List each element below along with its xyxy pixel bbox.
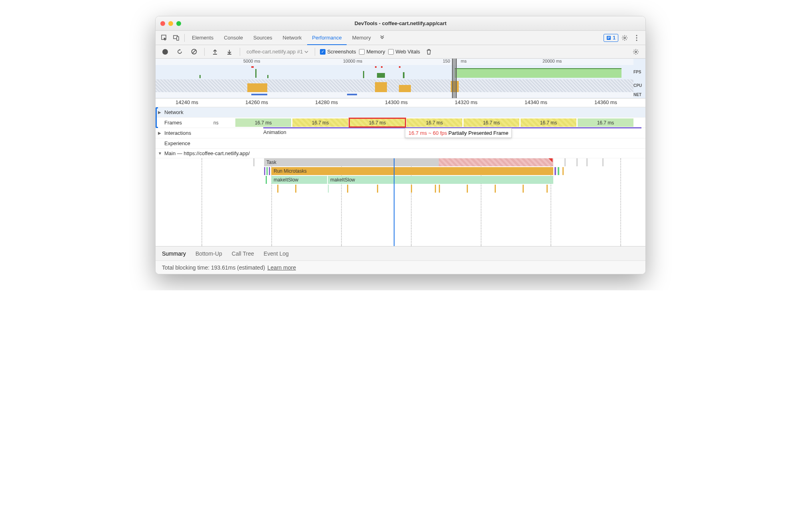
tab-event-log[interactable]: Event Log: [264, 250, 289, 257]
settings-icon[interactable]: [619, 32, 630, 43]
tab-elements[interactable]: Elements: [187, 31, 218, 45]
cpu-label: CPU: [633, 79, 645, 92]
recording-dropdown[interactable]: coffee-cart.netlify.app #1: [245, 48, 310, 55]
frame[interactable]: 16.7 ms: [464, 118, 519, 127]
tab-performance[interactable]: Performance: [307, 31, 346, 45]
record-button[interactable]: [160, 46, 171, 57]
ov-tick: 5000 ms: [243, 59, 260, 63]
tab-summary[interactable]: Summary: [162, 250, 186, 257]
track-experience[interactable]: Experience: [156, 138, 645, 149]
track-interactions[interactable]: ▶Interactions Animation 16.7 ms ~ 60 fps…: [156, 128, 645, 138]
tracks-panel: ▶Network Frames ns 16.7 ms 16.7 ms 16.7 …: [156, 107, 645, 246]
detail-ruler[interactable]: 14240 ms 14260 ms 14280 ms 14300 ms 1432…: [156, 99, 645, 107]
long-task-marker-icon: [548, 158, 552, 162]
svg-rect-2: [177, 37, 179, 40]
track-network[interactable]: ▶Network: [156, 107, 645, 118]
clear-button[interactable]: [188, 46, 199, 57]
frame[interactable]: 16.7 ms: [578, 118, 633, 127]
tab-console[interactable]: Console: [219, 31, 248, 45]
tab-call-tree[interactable]: Call Tree: [232, 250, 254, 257]
checkbox-icon: [388, 49, 394, 55]
learn-more-link[interactable]: Learn more: [267, 264, 296, 271]
ov-tick: ms: [461, 59, 467, 63]
main-tabbar: Elements Console Sources Network Perform…: [156, 31, 645, 45]
memory-checkbox[interactable]: Memory: [359, 49, 385, 55]
flame-task-long[interactable]: [439, 158, 553, 166]
checkbox-icon: [359, 49, 365, 55]
fps-track: [156, 65, 633, 79]
svg-point-8: [636, 35, 637, 36]
flame-makeitslow[interactable]: makeItSlow: [328, 176, 553, 184]
window-title: DevTools - coffee-cart.netlify.app/cart: [156, 20, 645, 26]
window-controls: [160, 21, 181, 26]
svg-point-10: [636, 39, 637, 41]
svg-rect-4: [608, 37, 610, 37]
panel-settings-icon[interactable]: [630, 46, 641, 57]
flame-microtasks[interactable]: Run Microtasks: [271, 167, 553, 175]
issues-badge[interactable]: 1: [604, 34, 618, 42]
track-frames[interactable]: Frames ns 16.7 ms 16.7 ms 16.7 ms 16.7 m…: [156, 118, 645, 128]
overview-selection-handle[interactable]: [452, 59, 457, 98]
recording-label: coffee-cart.netlify.app #1: [247, 49, 303, 55]
blocking-time-text: Total blocking time: 193.61ms (estimated…: [162, 264, 265, 271]
flame-chart[interactable]: Task Run Microtasks makeItSl: [156, 158, 645, 246]
devtools-window: DevTools - coffee-cart.netlify.app/cart …: [155, 16, 646, 274]
animation-label: Animation: [263, 129, 286, 135]
ov-tick: 10000 ms: [343, 59, 362, 63]
ov-tick: 20000 ms: [543, 59, 562, 63]
svg-rect-6: [608, 38, 609, 39]
perf-toolbar: coffee-cart.netlify.app #1 ✓ Screenshots…: [156, 45, 645, 59]
playhead[interactable]: [394, 158, 395, 246]
tab-network[interactable]: Network: [278, 31, 307, 45]
tab-bottom-up[interactable]: Bottom-Up: [195, 250, 222, 257]
svg-point-9: [636, 37, 637, 38]
ov-tick: 150: [443, 59, 450, 63]
issues-count: 1: [613, 35, 616, 41]
trash-icon[interactable]: [423, 46, 434, 57]
maximize-icon[interactable]: [176, 21, 181, 26]
screenshots-checkbox[interactable]: ✓ Screenshots: [320, 49, 356, 55]
upload-icon[interactable]: [209, 46, 221, 57]
timeline-overview[interactable]: 5000 ms 10000 ms 150 ms 20000 ms: [156, 59, 645, 99]
svg-point-7: [624, 37, 625, 39]
flame-makeitslow[interactable]: makeItSlow: [271, 176, 327, 184]
download-icon[interactable]: [224, 46, 235, 57]
checkbox-checked-icon: ✓: [320, 49, 326, 55]
cpu-track: [156, 79, 633, 92]
bottom-tabbar: Summary Bottom-Up Call Tree Event Log: [156, 246, 645, 260]
frame[interactable]: 16.7 ms: [235, 118, 291, 127]
reload-button[interactable]: [174, 46, 185, 57]
svg-rect-5: [608, 37, 610, 38]
kebab-menu-icon[interactable]: [631, 32, 642, 43]
frame[interactable]: 16.7 ms: [292, 118, 348, 127]
status-bar: Total blocking time: 193.61ms (estimated…: [156, 260, 645, 274]
frame-selected[interactable]: 16.7 ms: [349, 118, 405, 127]
inspect-icon[interactable]: [159, 32, 170, 43]
close-icon[interactable]: [160, 21, 165, 26]
tab-sources[interactable]: Sources: [249, 31, 277, 45]
minimize-icon[interactable]: [168, 21, 173, 26]
svg-point-13: [635, 51, 637, 53]
net-track: [156, 92, 633, 98]
device-toggle-icon[interactable]: [171, 32, 182, 43]
svg-line-12: [192, 50, 196, 53]
titlebar: DevTools - coffee-cart.netlify.app/cart: [156, 16, 645, 31]
track-main-header[interactable]: ▼Main — https://coffee-cart.netlify.app/: [156, 149, 645, 158]
frame[interactable]: 16.7 ms: [406, 118, 462, 127]
webvitals-checkbox[interactable]: Web Vitals: [388, 49, 420, 55]
net-label: NET: [633, 92, 645, 98]
tab-memory[interactable]: Memory: [347, 31, 376, 45]
fps-label: FPS: [633, 65, 645, 79]
more-tabs-icon[interactable]: [377, 32, 388, 43]
frame[interactable]: 16.7 ms: [521, 118, 576, 127]
frame-tooltip: 16.7 ms ~ 60 fps Partially Presented Fra…: [405, 128, 512, 138]
